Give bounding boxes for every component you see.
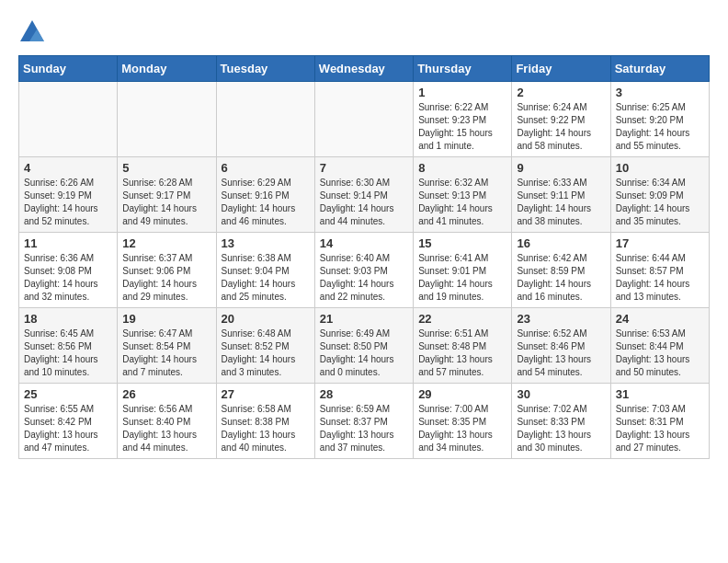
day-info: Sunrise: 6:41 AM Sunset: 9:01 PM Dayligh… — [418, 252, 506, 304]
logo — [18, 18, 50, 46]
day-info: Sunrise: 6:59 AM Sunset: 8:37 PM Dayligh… — [320, 403, 408, 454]
calendar-cell: 21Sunrise: 6:49 AM Sunset: 8:50 PM Dayli… — [314, 308, 413, 384]
calendar-week-row: 1Sunrise: 6:22 AM Sunset: 9:23 PM Daylig… — [19, 82, 710, 157]
day-number: 8 — [418, 161, 506, 175]
calendar-cell: 10Sunrise: 6:34 AM Sunset: 9:09 PM Dayli… — [610, 157, 709, 233]
day-info: Sunrise: 6:25 AM Sunset: 9:20 PM Dayligh… — [616, 101, 704, 153]
calendar-cell: 22Sunrise: 6:51 AM Sunset: 8:48 PM Dayli… — [414, 308, 512, 384]
day-info: Sunrise: 6:53 AM Sunset: 8:44 PM Dayligh… — [616, 327, 704, 379]
calendar-week-row: 25Sunrise: 6:55 AM Sunset: 8:42 PM Dayli… — [19, 384, 710, 459]
calendar-cell: 17Sunrise: 6:44 AM Sunset: 8:57 PM Dayli… — [610, 233, 709, 308]
calendar-cell: 5Sunrise: 6:28 AM Sunset: 9:17 PM Daylig… — [118, 157, 216, 233]
day-info: Sunrise: 6:58 AM Sunset: 8:38 PM Dayligh… — [222, 403, 310, 454]
calendar-cell — [19, 82, 118, 157]
day-info: Sunrise: 6:47 AM Sunset: 8:54 PM Dayligh… — [122, 327, 210, 379]
day-number: 27 — [222, 387, 310, 401]
calendar-body: 1Sunrise: 6:22 AM Sunset: 9:23 PM Daylig… — [19, 82, 710, 459]
day-number: 21 — [320, 312, 408, 326]
page-header — [18, 18, 710, 46]
calendar-cell: 14Sunrise: 6:40 AM Sunset: 9:03 PM Dayli… — [314, 233, 413, 308]
calendar-cell: 26Sunrise: 6:56 AM Sunset: 8:40 PM Dayli… — [118, 384, 216, 459]
calendar-table: SundayMondayTuesdayWednesdayThursdayFrid… — [18, 55, 710, 459]
weekday-header: Sunday — [19, 56, 118, 82]
calendar-cell: 7Sunrise: 6:30 AM Sunset: 9:14 PM Daylig… — [314, 157, 413, 233]
calendar-cell: 20Sunrise: 6:48 AM Sunset: 8:52 PM Dayli… — [216, 308, 314, 384]
day-info: Sunrise: 6:37 AM Sunset: 9:06 PM Dayligh… — [122, 252, 210, 304]
day-info: Sunrise: 6:30 AM Sunset: 9:14 PM Dayligh… — [320, 177, 408, 228]
day-info: Sunrise: 6:26 AM Sunset: 9:19 PM Dayligh… — [24, 177, 112, 228]
day-number: 19 — [122, 312, 210, 326]
calendar-cell — [118, 82, 216, 157]
calendar-cell: 23Sunrise: 6:52 AM Sunset: 8:46 PM Dayli… — [512, 308, 610, 384]
day-number: 7 — [320, 161, 408, 175]
day-number: 15 — [418, 236, 506, 250]
day-info: Sunrise: 6:52 AM Sunset: 8:46 PM Dayligh… — [517, 327, 605, 379]
day-info: Sunrise: 6:40 AM Sunset: 9:03 PM Dayligh… — [320, 252, 408, 304]
day-number: 14 — [320, 236, 408, 250]
day-number: 29 — [418, 387, 506, 401]
day-number: 9 — [517, 161, 605, 175]
calendar-cell: 15Sunrise: 6:41 AM Sunset: 9:01 PM Dayli… — [414, 233, 512, 308]
calendar-cell: 16Sunrise: 6:42 AM Sunset: 8:59 PM Dayli… — [512, 233, 610, 308]
calendar-cell: 24Sunrise: 6:53 AM Sunset: 8:44 PM Dayli… — [610, 308, 709, 384]
day-number: 2 — [517, 86, 605, 99]
calendar-cell: 31Sunrise: 7:03 AM Sunset: 8:31 PM Dayli… — [610, 384, 709, 459]
calendar-week-row: 18Sunrise: 6:45 AM Sunset: 8:56 PM Dayli… — [19, 308, 710, 384]
day-number: 10 — [616, 161, 704, 175]
calendar-cell: 18Sunrise: 6:45 AM Sunset: 8:56 PM Dayli… — [19, 308, 118, 384]
day-info: Sunrise: 7:03 AM Sunset: 8:31 PM Dayligh… — [616, 403, 704, 454]
calendar-header: SundayMondayTuesdayWednesdayThursdayFrid… — [19, 56, 710, 82]
day-number: 18 — [24, 312, 112, 326]
calendar-cell: 4Sunrise: 6:26 AM Sunset: 9:19 PM Daylig… — [19, 157, 118, 233]
day-number: 17 — [616, 236, 704, 250]
weekday-header: Friday — [512, 56, 610, 82]
calendar-cell: 9Sunrise: 6:33 AM Sunset: 9:11 PM Daylig… — [512, 157, 610, 233]
day-info: Sunrise: 6:48 AM Sunset: 8:52 PM Dayligh… — [222, 327, 310, 379]
day-number: 20 — [222, 312, 310, 326]
day-info: Sunrise: 6:42 AM Sunset: 8:59 PM Dayligh… — [517, 252, 605, 304]
weekday-header: Thursday — [414, 56, 512, 82]
calendar-week-row: 4Sunrise: 6:26 AM Sunset: 9:19 PM Daylig… — [19, 157, 710, 233]
day-info: Sunrise: 6:51 AM Sunset: 8:48 PM Dayligh… — [418, 327, 506, 379]
day-info: Sunrise: 6:28 AM Sunset: 9:17 PM Dayligh… — [122, 177, 210, 228]
day-number: 26 — [122, 387, 210, 401]
day-number: 25 — [24, 387, 112, 401]
calendar-cell: 11Sunrise: 6:36 AM Sunset: 9:08 PM Dayli… — [19, 233, 118, 308]
day-number: 30 — [517, 387, 605, 401]
day-info: Sunrise: 6:49 AM Sunset: 8:50 PM Dayligh… — [320, 327, 408, 379]
day-info: Sunrise: 6:56 AM Sunset: 8:40 PM Dayligh… — [122, 403, 210, 454]
calendar-cell: 6Sunrise: 6:29 AM Sunset: 9:16 PM Daylig… — [216, 157, 314, 233]
day-number: 22 — [418, 312, 506, 326]
day-number: 6 — [222, 161, 310, 175]
calendar-cell: 29Sunrise: 7:00 AM Sunset: 8:35 PM Dayli… — [414, 384, 512, 459]
weekday-header: Tuesday — [216, 56, 314, 82]
day-number: 1 — [418, 86, 506, 99]
day-number: 4 — [24, 161, 112, 175]
calendar-cell: 1Sunrise: 6:22 AM Sunset: 9:23 PM Daylig… — [414, 82, 512, 157]
day-number: 31 — [616, 387, 704, 401]
day-info: Sunrise: 6:36 AM Sunset: 9:08 PM Dayligh… — [24, 252, 112, 304]
calendar-cell — [216, 82, 314, 157]
weekday-header: Saturday — [610, 56, 709, 82]
calendar-cell: 19Sunrise: 6:47 AM Sunset: 8:54 PM Dayli… — [118, 308, 216, 384]
day-info: Sunrise: 6:33 AM Sunset: 9:11 PM Dayligh… — [517, 177, 605, 228]
calendar-cell — [314, 82, 413, 157]
calendar-cell: 8Sunrise: 6:32 AM Sunset: 9:13 PM Daylig… — [414, 157, 512, 233]
day-info: Sunrise: 6:22 AM Sunset: 9:23 PM Dayligh… — [418, 101, 506, 153]
day-number: 23 — [517, 312, 605, 326]
day-info: Sunrise: 6:45 AM Sunset: 8:56 PM Dayligh… — [24, 327, 112, 379]
calendar-cell: 28Sunrise: 6:59 AM Sunset: 8:37 PM Dayli… — [314, 384, 413, 459]
day-info: Sunrise: 6:55 AM Sunset: 8:42 PM Dayligh… — [24, 403, 112, 454]
calendar-cell: 13Sunrise: 6:38 AM Sunset: 9:04 PM Dayli… — [216, 233, 314, 308]
day-info: Sunrise: 7:02 AM Sunset: 8:33 PM Dayligh… — [517, 403, 605, 454]
weekday-header: Wednesday — [314, 56, 413, 82]
calendar-week-row: 11Sunrise: 6:36 AM Sunset: 9:08 PM Dayli… — [19, 233, 710, 308]
day-number: 12 — [122, 236, 210, 250]
day-info: Sunrise: 6:24 AM Sunset: 9:22 PM Dayligh… — [517, 101, 605, 153]
calendar-cell: 25Sunrise: 6:55 AM Sunset: 8:42 PM Dayli… — [19, 384, 118, 459]
day-number: 24 — [616, 312, 704, 326]
weekday-header: Monday — [118, 56, 216, 82]
calendar-cell: 27Sunrise: 6:58 AM Sunset: 8:38 PM Dayli… — [216, 384, 314, 459]
calendar-cell: 3Sunrise: 6:25 AM Sunset: 9:20 PM Daylig… — [610, 82, 709, 157]
calendar-cell: 30Sunrise: 7:02 AM Sunset: 8:33 PM Dayli… — [512, 384, 610, 459]
